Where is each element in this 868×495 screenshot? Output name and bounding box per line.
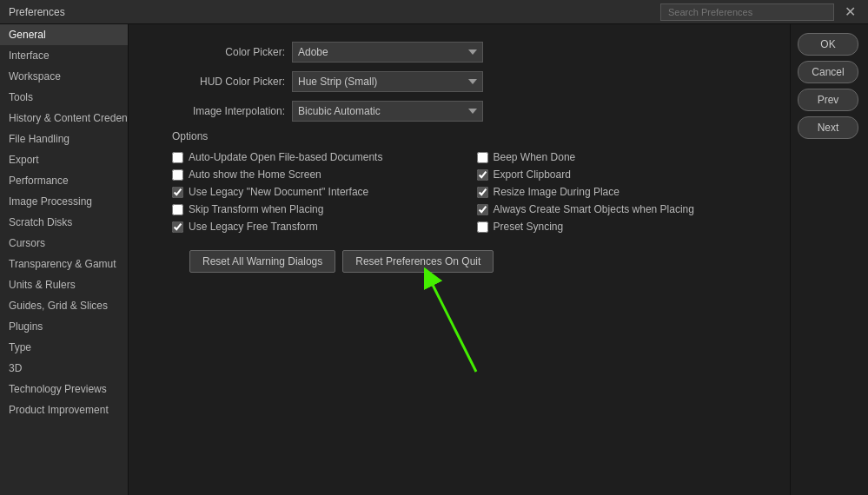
hud-color-picker-row: HUD Color Picker: Hue Strip (Small) Hue … bbox=[155, 71, 764, 92]
sidebar-item-units[interactable]: Units & Rulers bbox=[0, 274, 128, 295]
checkbox-home-screen-label: Auto show the Home Screen bbox=[189, 168, 321, 181]
buttons-row: Reset All Warning Dialogs Reset Preferen… bbox=[189, 250, 764, 273]
ok-button[interactable]: OK bbox=[798, 33, 858, 56]
checkbox-smart-objects: Always Create Smart Objects when Placing bbox=[477, 203, 765, 215]
sidebar-item-image-processing[interactable]: Image Processing bbox=[0, 191, 128, 212]
reset-preferences-button[interactable]: Reset Preferences On Quit bbox=[342, 250, 494, 273]
checkbox-beep: Beep When Done bbox=[477, 151, 765, 163]
checkbox-preset-syncing-input[interactable] bbox=[477, 221, 488, 233]
hud-color-picker-select[interactable]: Hue Strip (Small) Hue Strip (Medium) Hue… bbox=[292, 71, 483, 92]
sidebar-item-cursors[interactable]: Cursors bbox=[0, 233, 128, 254]
sidebar-item-history[interactable]: History & Content Credentials bbox=[0, 108, 128, 129]
checkbox-legacy-new-doc-input[interactable] bbox=[172, 187, 183, 198]
sidebar: General Interface Workspace Tools Histor… bbox=[0, 24, 129, 495]
color-picker-label: Color Picker: bbox=[155, 46, 285, 58]
title-bar-right: ✕ bbox=[660, 3, 859, 21]
image-interpolation-label: Image Interpolation: bbox=[155, 105, 285, 117]
checkbox-resize-image-label: Resize Image During Place bbox=[494, 186, 620, 198]
checkbox-skip-transform-label: Skip Transform when Placing bbox=[189, 203, 323, 215]
checkbox-preset-syncing: Preset Syncing bbox=[477, 221, 765, 233]
sidebar-item-tech-previews[interactable]: Technology Previews bbox=[0, 379, 128, 399]
checkbox-skip-transform: Skip Transform when Placing bbox=[172, 203, 460, 215]
hud-color-picker-label: HUD Color Picker: bbox=[155, 76, 285, 88]
checkbox-resize-image: Resize Image During Place bbox=[477, 186, 765, 198]
sidebar-item-type[interactable]: Type bbox=[0, 337, 128, 358]
green-arrow-annotation bbox=[424, 267, 528, 380]
checkbox-home-screen: Auto show the Home Screen bbox=[172, 168, 460, 181]
options-grid: Auto-Update Open File-based Documents Be… bbox=[172, 151, 764, 233]
color-picker-select[interactable]: Adobe Apple Windows bbox=[292, 42, 483, 63]
right-panel: OK Cancel Prev Next bbox=[790, 24, 868, 495]
sidebar-item-general[interactable]: General bbox=[0, 24, 128, 45]
svg-line-1 bbox=[428, 276, 476, 372]
search-input[interactable] bbox=[660, 3, 834, 21]
checkbox-legacy-new-doc: Use Legacy "New Document" Interface bbox=[172, 186, 460, 198]
checkbox-smart-objects-input[interactable] bbox=[477, 204, 488, 215]
checkbox-legacy-transform: Use Legacy Free Transform bbox=[172, 221, 460, 233]
arrow-container: Reset All Warning Dialogs Reset Preferen… bbox=[172, 250, 764, 273]
reset-warning-button[interactable]: Reset All Warning Dialogs bbox=[189, 250, 335, 273]
checkbox-beep-label: Beep When Done bbox=[494, 151, 576, 163]
checkbox-legacy-new-doc-label: Use Legacy "New Document" Interface bbox=[189, 186, 368, 198]
checkbox-auto-update-label: Auto-Update Open File-based Documents bbox=[189, 151, 382, 163]
next-button[interactable]: Next bbox=[798, 116, 858, 139]
window-title: Preferences bbox=[9, 6, 65, 18]
sidebar-item-export[interactable]: Export bbox=[0, 149, 128, 170]
checkbox-skip-transform-input[interactable] bbox=[172, 204, 183, 215]
sidebar-item-interface[interactable]: Interface bbox=[0, 45, 128, 66]
cancel-button[interactable]: Cancel bbox=[798, 61, 858, 83]
checkbox-resize-image-input[interactable] bbox=[477, 187, 488, 198]
main-layout: General Interface Workspace Tools Histor… bbox=[0, 24, 868, 495]
checkbox-beep-input[interactable] bbox=[477, 152, 488, 163]
sidebar-item-tools[interactable]: Tools bbox=[0, 87, 128, 108]
checkbox-auto-update: Auto-Update Open File-based Documents bbox=[172, 151, 460, 163]
sidebar-item-workspace[interactable]: Workspace bbox=[0, 66, 128, 87]
close-button[interactable]: ✕ bbox=[841, 5, 859, 19]
sidebar-item-guides[interactable]: Guides, Grid & Slices bbox=[0, 295, 128, 316]
checkbox-home-screen-input[interactable] bbox=[172, 169, 183, 181]
checkbox-smart-objects-label: Always Create Smart Objects when Placing bbox=[494, 203, 694, 215]
sidebar-item-product-improvement[interactable]: Product Improvement bbox=[0, 399, 128, 420]
checkbox-export-clipboard-label: Export Clipboard bbox=[494, 168, 571, 181]
options-section: Options Auto-Update Open File-based Docu… bbox=[172, 130, 764, 273]
sidebar-item-plugins[interactable]: Plugins bbox=[0, 316, 128, 337]
checkbox-export-clipboard-input[interactable] bbox=[477, 169, 488, 181]
sidebar-item-transparency[interactable]: Transparency & Gamut bbox=[0, 254, 128, 274]
title-bar: Preferences ✕ bbox=[0, 0, 868, 24]
image-interpolation-row: Image Interpolation: Bicubic Automatic N… bbox=[155, 101, 764, 122]
checkbox-preset-syncing-label: Preset Syncing bbox=[494, 221, 564, 233]
image-interpolation-select[interactable]: Bicubic Automatic Nearest Neighbor Bilin… bbox=[292, 101, 483, 122]
sidebar-item-scratch-disks[interactable]: Scratch Disks bbox=[0, 212, 128, 233]
sidebar-item-file-handling[interactable]: File Handling bbox=[0, 129, 128, 149]
checkbox-auto-update-input[interactable] bbox=[172, 152, 183, 163]
checkbox-export-clipboard: Export Clipboard bbox=[477, 168, 765, 181]
content-area: Color Picker: Adobe Apple Windows HUD Co… bbox=[129, 24, 790, 495]
checkbox-legacy-transform-label: Use Legacy Free Transform bbox=[189, 221, 318, 233]
sidebar-item-3d[interactable]: 3D bbox=[0, 358, 128, 379]
sidebar-item-performance[interactable]: Performance bbox=[0, 170, 128, 191]
prev-button[interactable]: Prev bbox=[798, 89, 858, 111]
checkbox-legacy-transform-input[interactable] bbox=[172, 221, 183, 233]
options-title: Options bbox=[172, 130, 764, 142]
color-picker-row: Color Picker: Adobe Apple Windows bbox=[155, 42, 764, 63]
